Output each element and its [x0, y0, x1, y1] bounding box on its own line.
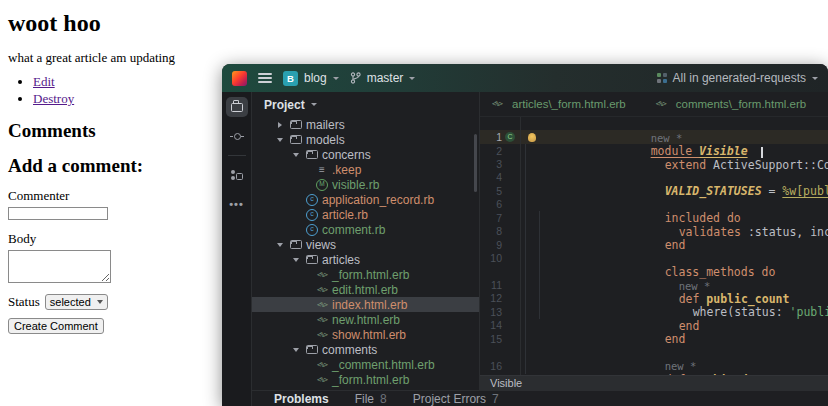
commit-icon	[230, 129, 244, 143]
line-number: 12	[480, 292, 502, 304]
commenter-label: Commenter	[8, 188, 216, 204]
branch-selector[interactable]: master	[350, 71, 416, 85]
line-number: 10	[480, 252, 502, 264]
structure-tool-button[interactable]	[226, 165, 248, 185]
line-number: 14	[480, 319, 502, 331]
project-panel-title: Project	[264, 98, 305, 112]
ide-window: B blog master All in generated-requests	[222, 64, 828, 406]
run-config-name: All in generated-requests	[673, 71, 806, 85]
tree-item-label: article.rb	[322, 208, 368, 222]
project-selector[interactable]: B blog	[283, 71, 339, 86]
problems-items: File 8 Project Errors 7	[355, 392, 499, 406]
commenter-field[interactable]	[8, 207, 108, 220]
tree-item-icon	[305, 150, 319, 160]
line-number: 16	[480, 360, 502, 372]
tree-row[interactable]: .keep	[252, 162, 479, 177]
editor-tab[interactable]: articles\_form.html.erb	[490, 98, 626, 110]
tree-item-label: _comment.html.erb	[332, 358, 435, 372]
tree-item-label: mailers	[306, 118, 345, 132]
tree-row[interactable]: application_record.rb	[252, 192, 479, 207]
project-panel-header[interactable]: Project	[252, 92, 479, 117]
article-title: woot hoo	[8, 10, 216, 37]
tree-row[interactable]: concerns	[252, 147, 479, 162]
comments-heading: Comments	[8, 120, 216, 142]
code-editor[interactable]: new * 1 module Visible 2	[480, 117, 828, 375]
tree-chevron-icon[interactable]	[278, 137, 289, 143]
tree-chevron-icon[interactable]	[278, 122, 289, 128]
code-token: 'public'	[790, 305, 828, 319]
tree-chevron-icon[interactable]	[294, 347, 305, 353]
tree-row[interactable]: new.html.erb	[252, 312, 479, 327]
tree-item-label: comment.rb	[322, 223, 385, 237]
problems-filter-tab[interactable]: File 8	[355, 392, 387, 406]
tree-row[interactable]: views	[252, 237, 479, 252]
list-item: Destroy	[33, 91, 216, 107]
commit-tool-button[interactable]	[226, 126, 248, 146]
editor-tab[interactable]: comments\_form.html.erb	[654, 98, 806, 110]
more-tools-button[interactable]: •••	[226, 194, 248, 214]
tree-row[interactable]	[252, 387, 479, 390]
tree-row[interactable]: show.html.erb	[252, 327, 479, 342]
erb-file-icon	[654, 100, 668, 108]
tool-window-strip: •••	[222, 92, 252, 406]
tree-row[interactable]: _form.html.erb	[252, 267, 479, 282]
problems-count-badge: 8	[380, 392, 387, 406]
add-comment-heading: Add a comment:	[8, 155, 216, 177]
tree-item-icon	[305, 345, 319, 355]
tree-item-icon	[315, 316, 329, 324]
line-number: 2	[480, 145, 502, 157]
code-token: archived?	[692, 373, 754, 375]
chevron-down-icon	[97, 300, 103, 304]
line-number: 7	[480, 212, 502, 224]
multirun-config-icon	[657, 73, 667, 83]
problems-tab[interactable]: Problems	[274, 392, 329, 406]
ellipsis-icon: •••	[229, 201, 244, 207]
folder-icon	[231, 103, 243, 112]
rubymine-logo-icon[interactable]	[232, 71, 247, 86]
tree-item-icon	[315, 286, 329, 294]
tree-row[interactable]: mailers	[252, 117, 479, 132]
branch-name: master	[367, 71, 404, 85]
main-menu-icon[interactable]	[258, 73, 272, 83]
tree-item-icon	[315, 179, 329, 191]
breadcrumb-item[interactable]: Visible	[490, 377, 522, 389]
tree-item-label: visible.rb	[332, 178, 379, 192]
tree-item-label: _form.html.erb	[332, 268, 409, 282]
tree-row[interactable]: articles	[252, 252, 479, 267]
destroy-link[interactable]: Destroy	[33, 91, 74, 106]
tree-scrollbar[interactable]	[474, 134, 477, 192]
tree-item-icon	[315, 301, 329, 309]
project-tool-button[interactable]	[226, 97, 248, 117]
run-config-selector[interactable]: All in generated-requests	[657, 71, 818, 85]
tree-chevron-icon[interactable]	[278, 242, 289, 248]
edit-link[interactable]: Edit	[33, 74, 55, 89]
code-text: def archived?	[518, 345, 755, 375]
tree-row[interactable]: _form.html.erb	[252, 372, 479, 387]
status-select[interactable]: selected	[45, 294, 108, 310]
line-number: 6	[480, 198, 502, 210]
tree-item-icon	[305, 224, 319, 236]
tree-row[interactable]: article.rb	[252, 207, 479, 222]
tree-row[interactable]: comment.rb	[252, 222, 479, 237]
tree-row[interactable]: models	[252, 132, 479, 147]
project-panel: Project mailers models	[252, 92, 480, 390]
problems-filter-tab[interactable]: Project Errors 7	[413, 392, 499, 406]
tree-item-icon	[315, 271, 329, 279]
tree-row[interactable]: index.html.erb	[252, 297, 479, 312]
tree-item-icon	[289, 240, 303, 250]
tree-row[interactable]: comments	[252, 342, 479, 357]
divider	[228, 155, 246, 156]
body-label: Body	[8, 231, 216, 247]
body-field[interactable]	[8, 250, 111, 283]
indent-guide	[539, 211, 540, 319]
ide-toolbar: B blog master All in generated-requests	[222, 64, 828, 92]
code-line: 16 def archived?	[480, 359, 828, 372]
tree-chevron-icon[interactable]	[294, 152, 305, 158]
tree-row[interactable]: edit.html.erb	[252, 282, 479, 297]
project-avatar: B	[283, 71, 298, 86]
tree-row[interactable]: _comment.html.erb	[252, 357, 479, 372]
tree-item-label: index.html.erb	[332, 298, 407, 312]
tree-row[interactable]: visible.rb	[252, 177, 479, 192]
tree-chevron-icon[interactable]	[294, 257, 305, 263]
create-comment-button[interactable]: Create Comment	[8, 318, 104, 334]
